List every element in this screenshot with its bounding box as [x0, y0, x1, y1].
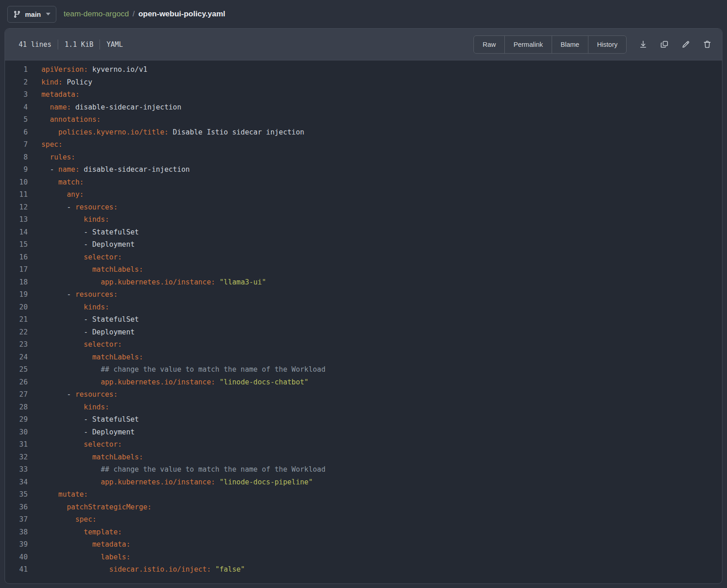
- line-content: - Deployment: [28, 239, 134, 251]
- code-line: 7spec:: [5, 139, 722, 151]
- top-bar: main team-demo-argocd / open-webui-polic…: [0, 0, 727, 28]
- code-line: 2kind: Policy: [5, 76, 722, 89]
- line-content: - StatefulSet: [28, 414, 139, 426]
- line-number[interactable]: 27: [5, 389, 28, 401]
- line-number[interactable]: 10: [5, 176, 28, 189]
- line-number[interactable]: 6: [5, 126, 28, 139]
- line-number[interactable]: 17: [5, 264, 28, 276]
- line-number[interactable]: 12: [5, 201, 28, 214]
- line-number[interactable]: 2: [5, 76, 28, 89]
- meta-divider: [100, 40, 100, 50]
- line-content: selector:: [28, 439, 122, 451]
- line-number[interactable]: 35: [5, 488, 28, 501]
- line-number[interactable]: 38: [5, 526, 28, 539]
- line-number[interactable]: 28: [5, 401, 28, 414]
- code-lines: 1apiVersion: kyverno.io/v12kind: Policy3…: [5, 64, 722, 576]
- download-button[interactable]: [638, 40, 648, 49]
- code-line: 33 ## change the value to match the name…: [5, 463, 722, 476]
- code-line: 5 annotations:: [5, 114, 722, 126]
- branch-selector-button[interactable]: main: [7, 6, 56, 23]
- line-number[interactable]: 36: [5, 501, 28, 514]
- line-number[interactable]: 41: [5, 563, 28, 576]
- line-number[interactable]: 8: [5, 151, 28, 164]
- line-number[interactable]: 5: [5, 114, 28, 126]
- code-line: 4 name: disable-sidecar-injection: [5, 101, 722, 114]
- file-meta: 41 lines 1.1 KiB YAML: [19, 40, 123, 50]
- code-line: 17 matchLabels:: [5, 264, 722, 276]
- breadcrumb-repo-link[interactable]: team-demo-argocd: [64, 10, 129, 19]
- code-line: 3metadata:: [5, 89, 722, 101]
- line-content: apiVersion: kyverno.io/v1: [28, 64, 147, 76]
- line-number[interactable]: 30: [5, 426, 28, 439]
- download-icon: [638, 40, 648, 49]
- line-number[interactable]: 24: [5, 351, 28, 364]
- line-number[interactable]: 23: [5, 339, 28, 351]
- line-number[interactable]: 34: [5, 476, 28, 489]
- line-number[interactable]: 4: [5, 101, 28, 114]
- line-number[interactable]: 33: [5, 463, 28, 476]
- line-number[interactable]: 21: [5, 314, 28, 326]
- line-content: - name: disable-sidecar-injection: [28, 164, 190, 176]
- blame-button[interactable]: Blame: [552, 36, 588, 53]
- line-number[interactable]: 3: [5, 89, 28, 101]
- line-content: match:: [28, 176, 84, 189]
- code-line: 15 - Deployment: [5, 239, 722, 251]
- code-line: 18 app.kubernetes.io/instance: "llama3-u…: [5, 276, 722, 289]
- breadcrumb-file-name: open-webui-policy.yaml: [138, 10, 225, 19]
- line-content: ## change the value to match the name of…: [28, 463, 325, 476]
- line-content: name: disable-sidecar-injection: [28, 101, 181, 114]
- code-line: 10 match:: [5, 176, 722, 189]
- line-number[interactable]: 9: [5, 164, 28, 176]
- line-number[interactable]: 13: [5, 214, 28, 226]
- line-number[interactable]: 18: [5, 276, 28, 289]
- trash-icon: [702, 40, 712, 49]
- line-number[interactable]: 19: [5, 289, 28, 301]
- history-button[interactable]: History: [588, 36, 626, 53]
- line-content: ## change the value to match the name of…: [28, 364, 325, 376]
- line-content: - Deployment: [28, 326, 134, 339]
- line-number[interactable]: 14: [5, 226, 28, 239]
- code-line: 9 - name: disable-sidecar-injection: [5, 164, 722, 176]
- line-content: annotations:: [28, 114, 101, 126]
- line-number[interactable]: 1: [5, 64, 28, 76]
- line-number[interactable]: 32: [5, 451, 28, 464]
- code-line: 14 - StatefulSet: [5, 226, 722, 239]
- line-number[interactable]: 22: [5, 326, 28, 339]
- code-line: 19 - resources:: [5, 289, 722, 301]
- line-content: patchStrategicMerge:: [28, 501, 152, 514]
- code-line: 8 rules:: [5, 151, 722, 164]
- line-number[interactable]: 7: [5, 139, 28, 151]
- line-number[interactable]: 31: [5, 439, 28, 451]
- code-line: 1apiVersion: kyverno.io/v1: [5, 64, 722, 76]
- code-view[interactable]: 1apiVersion: kyverno.io/v12kind: Policy3…: [5, 60, 722, 583]
- line-number[interactable]: 37: [5, 513, 28, 526]
- line-content: - StatefulSet: [28, 226, 139, 239]
- line-number[interactable]: 20: [5, 301, 28, 314]
- code-line: 34 app.kubernetes.io/instance: "linode-d…: [5, 476, 722, 489]
- line-content: - resources:: [28, 389, 118, 401]
- edit-button[interactable]: [681, 40, 691, 49]
- line-number[interactable]: 40: [5, 551, 28, 564]
- code-line: 32 matchLabels:: [5, 451, 722, 464]
- delete-button[interactable]: [702, 40, 712, 49]
- code-line: 27 - resources:: [5, 389, 722, 401]
- line-number[interactable]: 15: [5, 239, 28, 251]
- line-number[interactable]: 26: [5, 376, 28, 389]
- copy-button[interactable]: [660, 40, 669, 49]
- file-header-bar: 41 lines 1.1 KiB YAML Raw Permalink Blam…: [5, 29, 722, 60]
- code-line: 22 - Deployment: [5, 326, 722, 339]
- line-number[interactable]: 25: [5, 364, 28, 376]
- line-number[interactable]: 11: [5, 189, 28, 201]
- line-content: - Deployment: [28, 426, 134, 439]
- raw-button[interactable]: Raw: [474, 36, 505, 53]
- line-content: matchLabels:: [28, 451, 143, 464]
- line-number[interactable]: 39: [5, 538, 28, 551]
- code-line: 13 kinds:: [5, 214, 722, 226]
- code-line: 23 selector:: [5, 339, 722, 351]
- line-number[interactable]: 16: [5, 251, 28, 264]
- file-size: 1.1 KiB: [65, 40, 93, 49]
- breadcrumb-separator: /: [133, 10, 135, 19]
- edit-pencil-icon: [681, 40, 691, 49]
- permalink-button[interactable]: Permalink: [505, 36, 552, 53]
- line-number[interactable]: 29: [5, 414, 28, 426]
